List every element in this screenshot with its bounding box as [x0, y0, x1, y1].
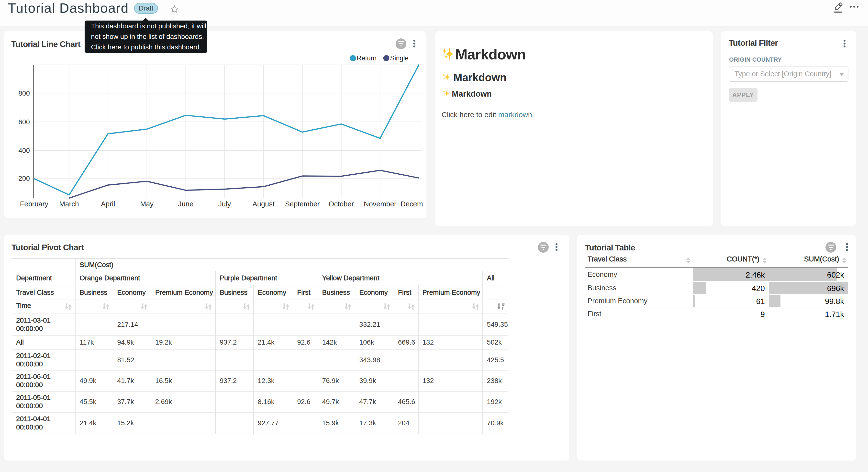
svg-text:May: May — [140, 200, 154, 208]
svg-text:April: April — [101, 200, 115, 208]
svg-text:200: 200 — [18, 175, 30, 182]
svg-text:Return: Return — [357, 55, 376, 62]
svg-text:October: October — [329, 200, 354, 208]
svg-text:November: November — [364, 200, 397, 208]
svg-text:June: June — [178, 200, 193, 208]
svg-text:March: March — [59, 200, 79, 208]
svg-text:600: 600 — [18, 118, 30, 126]
svg-text:Decem: Decem — [401, 200, 423, 208]
svg-text:July: July — [218, 200, 231, 208]
svg-text:400: 400 — [18, 147, 30, 154]
svg-text:February: February — [20, 200, 49, 208]
svg-text:September: September — [285, 200, 320, 208]
svg-text:August: August — [252, 200, 274, 208]
svg-text:800: 800 — [18, 89, 30, 97]
svg-text:Single: Single — [390, 55, 409, 62]
